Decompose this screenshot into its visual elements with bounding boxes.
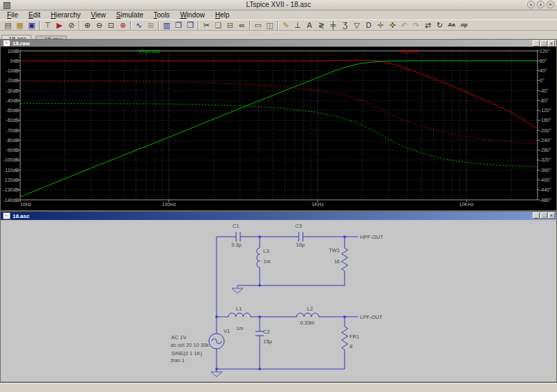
print-preview-icon[interactable]: ◫ bbox=[264, 20, 276, 30]
redo-icon[interactable]: ↷ bbox=[410, 20, 422, 30]
trace-label[interactable]: V(lpf-out) bbox=[399, 49, 419, 54]
y-axis-db-label: -20dB bbox=[6, 78, 19, 83]
minimize-button[interactable]: ∨ bbox=[527, 1, 535, 8]
schematic-restore-button[interactable]: □ bbox=[540, 212, 547, 219]
inductor-icon[interactable]: Ʒ bbox=[339, 20, 351, 30]
window-titlebar[interactable]: LTspice XVII - 18.asc ∨ ∧ ✕ bbox=[0, 0, 557, 10]
net-label-lpf-out[interactable]: LPF-OUT bbox=[360, 314, 383, 320]
menu-view[interactable]: View bbox=[87, 10, 111, 19]
resistor-FR1[interactable] bbox=[342, 317, 348, 369]
label-V1[interactable]: V1 bbox=[223, 328, 230, 334]
menu-tools[interactable]: Tools bbox=[150, 10, 174, 19]
label-L3[interactable]: L3 bbox=[263, 248, 269, 254]
plot-settings-icon[interactable]: ⊞ bbox=[145, 20, 157, 30]
waveform-close-button[interactable]: × bbox=[548, 40, 555, 47]
waveform-minimize-button[interactable]: _ bbox=[533, 40, 540, 47]
label-C1[interactable]: C1 bbox=[233, 223, 240, 229]
spice-directive-tran[interactable]: ;tran 1 bbox=[170, 357, 185, 363]
value-C2[interactable]: 15µ bbox=[263, 338, 272, 345]
component-icon[interactable]: D bbox=[363, 20, 375, 30]
value-L2[interactable]: 0.33m bbox=[300, 320, 315, 326]
trace-label[interactable]: V(hpf-out) bbox=[138, 49, 159, 54]
zoom-in-icon[interactable]: ⊕ bbox=[81, 20, 93, 30]
wire[interactable] bbox=[217, 237, 358, 369]
label-FR1[interactable]: FR1 bbox=[350, 334, 359, 340]
copy-icon[interactable]: ❏ bbox=[212, 20, 224, 30]
draw-wire-icon[interactable]: ✎ bbox=[280, 20, 292, 30]
value-C1[interactable]: 3.3µ bbox=[231, 242, 242, 248]
label-TW1[interactable]: TW1 bbox=[329, 247, 340, 253]
halt-simulation-icon[interactable]: ⊘ bbox=[65, 20, 77, 30]
label-C3[interactable]: C3 bbox=[295, 223, 302, 229]
value-L1[interactable]: 1m bbox=[236, 325, 243, 331]
net-label-hpf-out[interactable]: HPF-OUT bbox=[360, 234, 384, 240]
label-L2[interactable]: L2 bbox=[307, 306, 313, 312]
print-icon[interactable]: ▭ bbox=[252, 20, 264, 30]
label-C2[interactable]: C2 bbox=[263, 329, 270, 335]
menu-simulate[interactable]: Simulate bbox=[112, 10, 148, 19]
value-C3[interactable]: 10µ bbox=[296, 242, 305, 248]
waveform-restore-button[interactable]: □ bbox=[540, 40, 547, 47]
schematic-canvas[interactable]: C1 3.3µ C3 10µ L3 1m TW1 16 HPF-OUT L1 1… bbox=[1, 220, 556, 382]
close-button[interactable]: ✕ bbox=[547, 1, 554, 8]
open-file-icon[interactable]: ▦ bbox=[14, 20, 26, 30]
drag-icon[interactable]: ✜ bbox=[386, 20, 398, 30]
rotate-icon[interactable]: ↻ bbox=[434, 20, 446, 30]
menu-edit[interactable]: Edit bbox=[24, 10, 45, 19]
capacitor-C3[interactable] bbox=[299, 232, 303, 242]
ground-symbol-top[interactable] bbox=[232, 285, 243, 293]
y-axis-phase-label: -400° bbox=[540, 178, 551, 182]
spice-directive-icon[interactable]: .op bbox=[457, 20, 469, 30]
ground-symbol-bottom[interactable] bbox=[211, 369, 222, 377]
net-label-icon[interactable]: A bbox=[304, 20, 315, 30]
new-schematic-icon[interactable]: ▤ bbox=[2, 20, 14, 30]
spice-directive-ac[interactable]: .ac oct 20 10 30k bbox=[169, 342, 209, 348]
tile-vertical-icon[interactable]: ❐ bbox=[173, 20, 185, 30]
zoom-full-extents-icon[interactable]: ⊗ bbox=[117, 20, 129, 30]
find-icon[interactable]: ∞ bbox=[236, 20, 248, 30]
zoom-out-icon[interactable]: ⊖ bbox=[93, 20, 105, 30]
cascade-windows-icon[interactable]: ❒ bbox=[185, 20, 196, 30]
maximize-button[interactable]: ∧ bbox=[537, 1, 544, 8]
resistor-icon[interactable]: ≷ bbox=[315, 20, 327, 30]
cut-icon[interactable]: ✂ bbox=[201, 20, 212, 30]
diode-icon[interactable]: ▽ bbox=[351, 20, 363, 30]
undo-icon[interactable]: ↶ bbox=[398, 20, 410, 30]
waveform-plot-area[interactable]: 10dB120°0dB80°-10dB40°-20dB0°-30dB-40°-4… bbox=[1, 47, 556, 210]
paste-icon[interactable]: ⊟ bbox=[224, 20, 236, 30]
inductor-L2[interactable] bbox=[297, 313, 319, 317]
value-L3[interactable]: 1m bbox=[263, 258, 270, 265]
value-TW1[interactable]: 16 bbox=[334, 258, 340, 265]
schematic-minimize-button[interactable]: _ bbox=[533, 212, 540, 219]
schematic-window-titlebar[interactable]: ▹ 18.asc _ □ × bbox=[1, 212, 556, 220]
menu-hierarchy[interactable]: Hierarchy bbox=[47, 10, 85, 19]
control-panel-icon[interactable]: ⊤ bbox=[42, 20, 54, 30]
label-L1[interactable]: L1 bbox=[236, 306, 242, 312]
waveform-window-titlebar[interactable]: ∿ 18.raw _ □ × bbox=[1, 40, 556, 47]
inductor-L3[interactable] bbox=[257, 248, 260, 267]
inductor-L1[interactable] bbox=[228, 313, 251, 317]
schematic-close-button[interactable]: × bbox=[548, 212, 555, 219]
run-simulation-icon[interactable]: ▶ bbox=[54, 20, 65, 30]
save-icon[interactable]: ▣ bbox=[26, 20, 38, 30]
value-FR1[interactable]: 8 bbox=[350, 343, 352, 350]
source-text-ac[interactable]: AC 1V bbox=[171, 334, 187, 340]
text-icon[interactable]: Aa bbox=[446, 20, 457, 30]
voltage-source-V1[interactable] bbox=[209, 334, 224, 349]
resistor-TW1[interactable] bbox=[342, 237, 348, 285]
capacitor-icon[interactable]: ╪ bbox=[327, 20, 339, 30]
menu-file[interactable]: File bbox=[3, 10, 22, 19]
mirror-icon[interactable]: ⇄ bbox=[422, 20, 434, 30]
autorange-waveform-icon[interactable]: ∿ bbox=[133, 20, 145, 30]
source-text-sine[interactable]: SINE(0 1 1K) bbox=[171, 350, 203, 356]
capacitor-C1[interactable] bbox=[236, 232, 240, 242]
waveform-window: ∿ 18.raw _ □ × 10dB120°0dB80°-10dB40°-20… bbox=[0, 39, 557, 211]
menu-window[interactable]: Window bbox=[176, 10, 210, 19]
y-axis-phase-label: 80° bbox=[540, 58, 547, 63]
tile-horizontal-icon[interactable]: ▥ bbox=[161, 20, 173, 30]
zoom-area-icon[interactable]: ⊡ bbox=[105, 20, 117, 30]
menu-help[interactable]: Help bbox=[211, 10, 234, 19]
move-icon[interactable]: ✛ bbox=[375, 20, 386, 30]
y-axis-db-label: -120dB bbox=[3, 178, 19, 182]
ground-icon[interactable]: ⊥ bbox=[292, 20, 304, 30]
